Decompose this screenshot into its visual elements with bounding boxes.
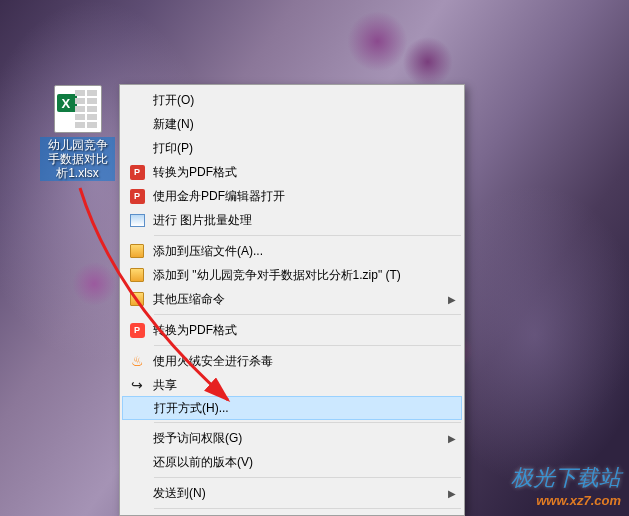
blank-icon (126, 139, 148, 157)
menu-restore-version[interactable]: 还原以前的版本(V) (122, 450, 462, 474)
menu-convert-pdf-2[interactable]: P 转换为PDF格式 (122, 318, 462, 342)
menu-grant-access[interactable]: 授予访问权限(G) ▶ (122, 426, 462, 450)
menu-add-zip[interactable]: 添加到 "幼儿园竞争对手数据对比分析1.zip" (T) (122, 263, 462, 287)
chevron-right-icon: ▶ (448, 488, 456, 499)
blank-icon (126, 453, 148, 471)
pdf-icon: P (126, 321, 148, 339)
menu-other-compress[interactable]: 其他压缩命令 ▶ (122, 287, 462, 311)
menu-open-with[interactable]: 打开方式(H)... (122, 396, 462, 420)
archive-icon (126, 242, 148, 260)
separator (154, 235, 461, 236)
archive-icon (126, 266, 148, 284)
menu-huorong-scan[interactable]: ♨ 使用火绒安全进行杀毒 (122, 349, 462, 373)
excel-file-icon (54, 85, 102, 133)
separator (154, 422, 461, 423)
menu-send-to[interactable]: 发送到(N) ▶ (122, 481, 462, 505)
menu-add-archive[interactable]: 添加到压缩文件(A)... (122, 239, 462, 263)
blank-icon (126, 91, 148, 109)
menu-image-batch[interactable]: 进行 图片批量处理 (122, 208, 462, 232)
context-menu: 打开(O) 新建(N) 打印(P) P 转换为PDF格式 P 使用金舟PDF编辑… (119, 84, 465, 516)
fire-icon: ♨ (126, 352, 148, 370)
watermark: 极光下载站 www.xz7.com (511, 463, 621, 508)
pdf-icon: P (126, 163, 148, 181)
watermark-url: www.xz7.com (511, 493, 621, 508)
menu-convert-pdf[interactable]: P 转换为PDF格式 (122, 160, 462, 184)
menu-jinzhou-pdf[interactable]: P 使用金舟PDF编辑器打开 (122, 184, 462, 208)
menu-share[interactable]: ↪ 共享 (122, 373, 462, 397)
blank-icon (126, 115, 148, 133)
image-icon (126, 211, 148, 229)
file-label: 幼儿园竞争手数据对比析1.xlsx (40, 137, 115, 181)
separator (154, 314, 461, 315)
blank-icon (126, 484, 148, 502)
share-icon: ↪ (126, 376, 148, 394)
separator (154, 477, 461, 478)
separator (154, 508, 461, 509)
watermark-title: 极光下载站 (511, 463, 621, 493)
archive-icon (126, 290, 148, 308)
blank-icon (127, 399, 149, 417)
chevron-right-icon: ▶ (448, 294, 456, 305)
menu-open[interactable]: 打开(O) (122, 88, 462, 112)
chevron-right-icon: ▶ (448, 433, 456, 444)
separator (154, 345, 461, 346)
desktop-file-xlsx[interactable]: 幼儿园竞争手数据对比析1.xlsx (40, 85, 115, 181)
pdf-editor-icon: P (126, 187, 148, 205)
menu-new[interactable]: 新建(N) (122, 112, 462, 136)
menu-print[interactable]: 打印(P) (122, 136, 462, 160)
blank-icon (126, 429, 148, 447)
